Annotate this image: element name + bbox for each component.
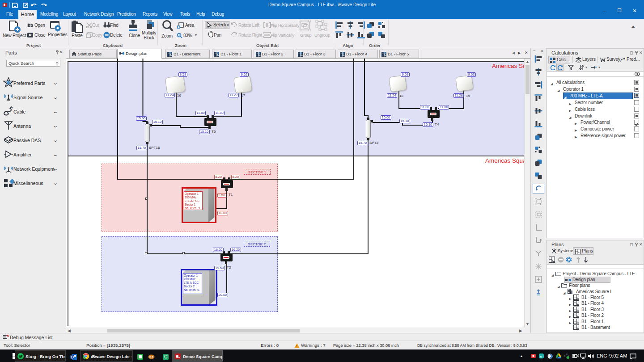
svg-text:e: e: [540, 354, 542, 358]
svg-text:C: C: [164, 354, 167, 359]
